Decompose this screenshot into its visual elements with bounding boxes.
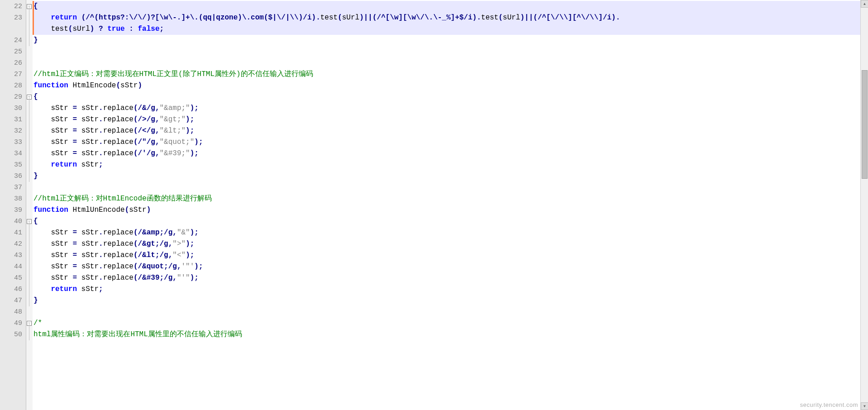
code-line[interactable]: } — [33, 171, 868, 182]
code-line[interactable]: return (/^(https?:\/\/)?[\w\-.]+\.(qq|qz… — [33, 12, 868, 24]
code-line[interactable]: { — [33, 1, 868, 12]
token-regex: /^(https?:\/\/)?[\w\-.]+\.(qq|qzone)\.co… — [86, 14, 311, 22]
scroll-thumb[interactable] — [862, 70, 868, 179]
fold-marker — [26, 57, 33, 69]
fold-marker — [26, 171, 33, 182]
fold-marker — [26, 306, 33, 318]
code-line[interactable]: sStr = sStr.replace(/&gt;/g,">"); — [33, 238, 868, 250]
token-punct: . — [99, 104, 103, 112]
token-punct: ( — [125, 206, 129, 214]
token-ident — [103, 25, 108, 33]
line-number: 22 — [0, 1, 26, 12]
code-line[interactable]: html属性编码：对需要出现在HTML属性里的不信任输入进行编码 — [33, 329, 868, 340]
line-number: 33 — [0, 137, 26, 148]
code-line[interactable]: { — [33, 91, 868, 103]
token-regex: /&quot;/g — [138, 262, 176, 271]
fold-marker[interactable]: − — [26, 1, 33, 12]
token-kw: return — [51, 14, 77, 22]
code-editor[interactable]: 2223242526272829303132333435363738394041… — [0, 0, 868, 410]
token-punct: ) — [186, 251, 190, 259]
code-line[interactable]: } — [33, 295, 868, 306]
token-punct: ) — [194, 138, 199, 146]
token-punct: ) — [190, 229, 195, 237]
line-number: 31 — [0, 114, 26, 125]
token-str: "&lt;" — [160, 127, 186, 135]
fold-marker — [26, 250, 33, 261]
token-ident — [77, 14, 81, 22]
code-line[interactable]: function HtmlEncode(sStr) — [33, 80, 868, 91]
token-ident — [94, 25, 99, 33]
vertical-scrollbar[interactable]: ▲ ▼ — [860, 0, 868, 410]
token-fn: replace — [103, 240, 134, 248]
token-punct: . — [99, 149, 103, 157]
line-number: 24 — [0, 35, 26, 46]
token-kw: function — [33, 81, 68, 90]
line-number: 28 — [0, 80, 26, 91]
token-punct: ; — [194, 229, 199, 237]
code-line[interactable]: sStr = sStr.replace(/&lt;/g,"<"); — [33, 250, 868, 261]
scroll-down-button[interactable]: ▼ — [861, 402, 868, 410]
code-line[interactable]: /* — [33, 318, 868, 329]
token-op: = — [72, 127, 77, 135]
fold-marker — [26, 69, 33, 80]
code-line[interactable]: function HtmlUnEncode(sStr) — [33, 205, 868, 216]
code-line[interactable]: sStr = sStr.replace(/&/g,"&amp;"); — [33, 103, 868, 114]
code-line-wrap[interactable]: test(sUrl) ? true : false; — [33, 24, 868, 35]
code-line[interactable]: return sStr; — [33, 284, 868, 295]
token-ident: sUrl — [342, 14, 359, 22]
code-line[interactable] — [33, 46, 868, 57]
token-ident: sStr — [77, 149, 99, 157]
token-str: "'" — [177, 274, 190, 282]
line-number: 25 — [0, 46, 26, 57]
code-line[interactable]: //html正文解码：对HtmlEncode函数的结果进行解码 — [33, 193, 868, 205]
code-area[interactable]: { return (/^(https?:\/\/)?[\w\-.]+\.(qq|… — [33, 0, 868, 410]
token-punct: ( — [372, 14, 377, 22]
token-fn: replace — [103, 274, 134, 282]
token-punct: , — [172, 229, 177, 237]
token-ident — [68, 81, 73, 90]
code-line[interactable]: sStr = sStr.replace(/</g,"&lt;"); — [33, 125, 868, 137]
token-punct: ; — [160, 25, 164, 33]
code-line[interactable]: sStr = sStr.replace(/'/g,"&#39;"); — [33, 148, 868, 159]
token-fn: HtmlEncode — [72, 81, 116, 90]
token-ident — [125, 25, 129, 33]
code-line[interactable]: sStr = sStr.replace(/&quot;/g,'"'); — [33, 261, 868, 272]
code-line[interactable]: return sStr; — [33, 159, 868, 171]
fold-marker[interactable]: − — [26, 91, 33, 103]
token-op: = — [72, 115, 77, 124]
fold-marker[interactable]: − — [26, 318, 33, 329]
token-ident: sStr — [77, 262, 99, 271]
fold-marker[interactable]: − — [26, 216, 33, 227]
token-punct: . — [99, 274, 103, 282]
token-punct: ) — [312, 14, 316, 22]
scroll-up-button[interactable]: ▲ — [861, 0, 868, 8]
code-line[interactable]: sStr = sStr.replace(/"/g,"&quot;"); — [33, 137, 868, 148]
token-punct: ) — [138, 81, 142, 90]
token-punct: ( — [81, 14, 86, 22]
token-punct: } — [33, 296, 38, 305]
code-line[interactable] — [33, 182, 868, 193]
code-line[interactable] — [33, 306, 868, 318]
code-line[interactable]: { — [33, 216, 868, 227]
fold-marker — [26, 261, 33, 272]
code-line[interactable] — [33, 57, 868, 69]
code-line[interactable]: sStr = sStr.replace(/>/g,"&gt;"); — [33, 114, 868, 125]
token-punct: } — [33, 36, 38, 44]
code-line[interactable]: sStr = sStr.replace(/&#39;/g,"'"); — [33, 272, 868, 284]
token-punct: ; — [194, 104, 199, 112]
token-op: : — [129, 25, 134, 33]
token-op: = — [72, 149, 77, 157]
token-str: "&gt;" — [160, 115, 186, 124]
token-punct: ) — [194, 262, 199, 271]
code-line[interactable]: } — [33, 35, 868, 46]
fold-column[interactable]: −−−− — [26, 0, 33, 410]
token-punct: ( — [68, 25, 73, 33]
token-punct: ; — [190, 115, 195, 124]
token-ident: sStr — [33, 240, 72, 248]
line-number: 23 — [0, 12, 26, 35]
line-number: 48 — [0, 306, 26, 318]
code-line[interactable]: //html正文编码：对需要出现在HTML正文里(除了HTML属性外)的不信任输… — [33, 69, 868, 80]
token-fn: test — [320, 14, 338, 22]
code-line[interactable]: sStr = sStr.replace(/&amp;/g,"&"); — [33, 227, 868, 238]
token-punct: , — [155, 115, 160, 124]
